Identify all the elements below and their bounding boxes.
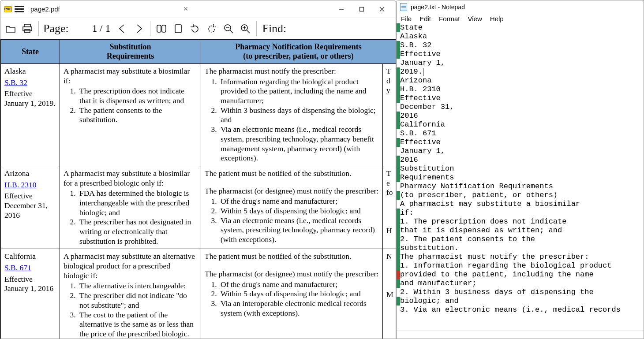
svg-rect-7 bbox=[157, 25, 161, 32]
window-close-button[interactable] bbox=[372, 0, 392, 18]
text-line: January 1, bbox=[397, 147, 642, 156]
change-marker bbox=[397, 76, 400, 85]
text-line: December 31, bbox=[397, 103, 642, 112]
text-line: (to prescriber, patient, or others) bbox=[397, 191, 642, 200]
pdf-app-icon: PDF bbox=[4, 6, 12, 12]
cell-substitution: A pharmacist may substitute an alternati… bbox=[60, 249, 201, 339]
pdf-toolbar: Page: / 1 Find: bbox=[0, 18, 396, 39]
rotate-left-icon[interactable] bbox=[187, 21, 202, 36]
change-marker bbox=[397, 32, 400, 41]
text-line: Effective bbox=[397, 94, 642, 103]
bill-link[interactable]: S.B. 671 bbox=[4, 263, 31, 272]
cell-substitution: A pharmacist may substitute a biosimilar… bbox=[60, 166, 201, 249]
cell-cutoff: T d y bbox=[383, 64, 396, 166]
change-marker bbox=[397, 50, 400, 59]
page-number-input[interactable] bbox=[73, 21, 98, 36]
text-line: 3. Via an electronic means (i.e., medica… bbox=[397, 305, 642, 314]
find-input[interactable] bbox=[288, 21, 350, 36]
fit-two-page-icon[interactable] bbox=[154, 21, 169, 36]
bill-link[interactable]: S.B. 32 bbox=[4, 78, 27, 87]
table-row: ArizonaH.B. 2310Effective December 31, 2… bbox=[1, 166, 396, 249]
change-marker bbox=[397, 209, 400, 217]
zoom-out-icon[interactable] bbox=[221, 21, 236, 36]
cell-notification: The pharmacist must notify the prescribe… bbox=[201, 64, 383, 166]
tab-close-icon[interactable]: × bbox=[183, 4, 188, 14]
menu-help[interactable]: Help bbox=[490, 15, 504, 22]
text-line: Pharmacy Notification Requirements bbox=[397, 182, 642, 191]
cell-cutoff: N M bbox=[383, 249, 396, 339]
hamburger-icon[interactable] bbox=[15, 4, 24, 14]
menu-view[interactable]: View bbox=[468, 15, 482, 22]
pdf-page-area[interactable]: State Substitution Requirements Pharmacy… bbox=[0, 39, 396, 339]
notepad-status-bar bbox=[397, 331, 644, 339]
change-marker bbox=[397, 112, 400, 120]
svg-rect-8 bbox=[162, 25, 166, 32]
next-page-icon[interactable] bbox=[131, 21, 146, 36]
cell-cutoff: T e fo H bbox=[383, 166, 396, 249]
text-line: if: bbox=[397, 209, 642, 217]
change-marker bbox=[397, 261, 400, 270]
text-line: 1. Information regarding the biological … bbox=[397, 261, 642, 270]
text-caret bbox=[423, 68, 423, 76]
notepad-title: page2.txt - Notepad bbox=[411, 4, 465, 11]
col-header-notification: Pharmacy Notification Requirements (to p… bbox=[201, 40, 396, 64]
text-line: Effective bbox=[397, 138, 642, 147]
svg-line-11 bbox=[230, 30, 233, 33]
change-marker bbox=[397, 103, 400, 112]
text-line: H.B. 2310 bbox=[397, 85, 642, 94]
notepad-text-area[interactable]: StateAlaskaS.B. 32EffectiveJanuary 1,201… bbox=[397, 23, 644, 331]
change-marker bbox=[397, 138, 400, 147]
rotate-right-icon[interactable] bbox=[204, 21, 219, 36]
cell-notification: The patient must be notified of the subs… bbox=[201, 166, 383, 249]
menu-edit[interactable]: Edit bbox=[419, 15, 431, 22]
open-file-icon[interactable] bbox=[3, 21, 18, 36]
text-line: 2016 bbox=[397, 156, 642, 164]
page-label: Page: bbox=[43, 22, 69, 35]
window-maximize-button[interactable] bbox=[352, 0, 372, 18]
change-marker bbox=[397, 305, 400, 314]
text-line: California bbox=[397, 120, 642, 129]
change-marker bbox=[397, 67, 400, 76]
table-row: CaliforniaS.B. 671Effective January 1, 2… bbox=[1, 249, 396, 339]
cell-state: ArizonaH.B. 2310Effective December 31, 2… bbox=[1, 166, 60, 249]
text-line: 2016 bbox=[397, 112, 642, 120]
text-line: 2. Within 3 business days of dispensing … bbox=[397, 288, 642, 297]
change-marker bbox=[397, 147, 400, 156]
notepad-app-icon bbox=[400, 3, 407, 11]
text-line: Requirements bbox=[397, 173, 642, 182]
change-marker bbox=[397, 217, 400, 226]
window-minimize-button[interactable] bbox=[331, 0, 352, 18]
text-line: The pharmacist must notify the prescribe… bbox=[397, 253, 642, 261]
cell-state: CaliforniaS.B. 671Effective January 1, 2… bbox=[1, 249, 60, 339]
menu-format[interactable]: Format bbox=[439, 15, 460, 22]
text-line: State bbox=[397, 23, 642, 32]
notepad-window: page2.txt - Notepad File Edit Format Vie… bbox=[396, 0, 644, 339]
bill-link[interactable]: H.B. 2310 bbox=[4, 180, 36, 189]
col-header-substitution: Substitution Requirements bbox=[60, 40, 201, 64]
change-marker bbox=[397, 244, 400, 253]
print-icon[interactable] bbox=[20, 21, 35, 36]
text-line: S.B. 32 bbox=[397, 41, 642, 50]
change-marker bbox=[397, 253, 400, 261]
change-marker bbox=[397, 156, 400, 164]
fit-single-page-icon[interactable] bbox=[171, 21, 186, 36]
text-line: S.B. 671 bbox=[397, 129, 642, 138]
text-line: A pharmacist may substitute a biosimilar bbox=[397, 200, 642, 209]
prev-page-icon[interactable] bbox=[115, 21, 130, 36]
cell-notification: The patient must be notified of the subs… bbox=[201, 249, 383, 339]
text-line: 2. The patient consents to the bbox=[397, 235, 642, 244]
text-line: provided to the patient, including the n… bbox=[397, 270, 642, 279]
change-marker bbox=[397, 23, 400, 32]
pdf-titlebar: PDF page2.pdf × bbox=[0, 0, 396, 18]
change-marker bbox=[397, 41, 400, 50]
change-marker bbox=[397, 200, 400, 209]
change-marker bbox=[397, 164, 400, 173]
change-marker bbox=[397, 173, 400, 182]
cell-state: AlaskaS.B. 32Effective January 1, 2019. bbox=[1, 64, 60, 166]
menu-file[interactable]: File bbox=[401, 15, 412, 22]
zoom-in-icon[interactable] bbox=[238, 21, 253, 36]
notepad-menu: File Edit Format View Help bbox=[397, 14, 644, 23]
pdf-tab-title[interactable]: page2.pdf bbox=[30, 5, 60, 13]
change-marker bbox=[397, 94, 400, 103]
text-line: 1. The prescription does not indicate bbox=[397, 217, 642, 226]
